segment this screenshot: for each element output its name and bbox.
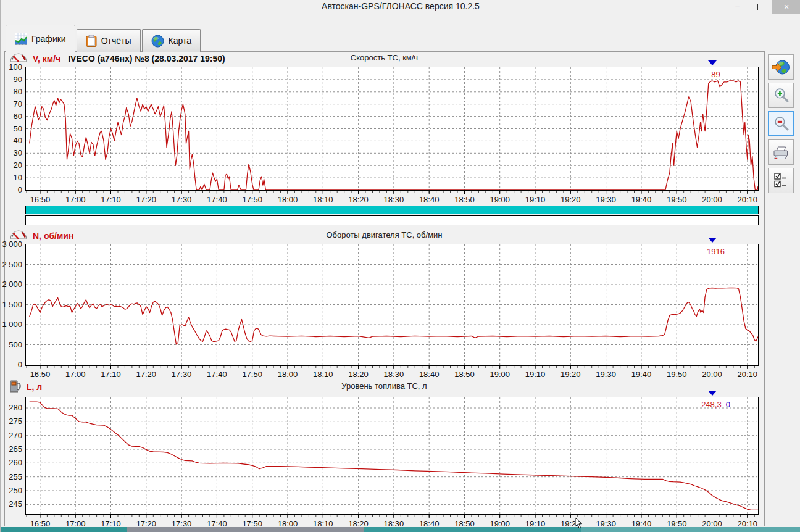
- x-tick-label: 19:10: [521, 370, 549, 379]
- toolbar-separator: [764, 51, 765, 526]
- x-tick-label: 17:00: [61, 370, 90, 379]
- y-tick-label: 2 500: [1, 259, 22, 268]
- tab-map[interactable]: Карта: [142, 29, 201, 52]
- x-tick-label: 19:30: [592, 370, 620, 379]
- x-tick-label: 17:30: [167, 370, 196, 379]
- taskbar-strip: [1, 527, 800, 532]
- y-tick-label: 275: [1, 417, 22, 426]
- x-tick-label: 19:40: [627, 370, 656, 379]
- x-tick-label: 18:40: [415, 370, 443, 379]
- x-tick-label: 18:40: [415, 195, 443, 204]
- x-tick-label: 17:40: [202, 370, 231, 379]
- x-tick-label: 17:10: [97, 195, 125, 204]
- report-icon: [86, 35, 97, 48]
- y-tick-label: 3 000: [1, 239, 22, 249]
- x-tick-label: 18:50: [450, 370, 478, 379]
- tab-label: Отчёты: [101, 36, 131, 46]
- fuel-plot[interactable]: [25, 397, 759, 515]
- marker-value: 89: [711, 70, 720, 79]
- minimize-button[interactable]: −: [725, 0, 749, 14]
- zoom-in-icon: [773, 87, 790, 104]
- x-tick-label: 20:10: [733, 370, 762, 379]
- time-marker-icon[interactable]: [708, 238, 717, 243]
- restore-button[interactable]: [749, 0, 772, 14]
- x-tick-label: 17:20: [132, 370, 160, 379]
- marker-value-label: 89: [711, 70, 720, 79]
- x-tick-label: 18:00: [273, 195, 302, 204]
- x-tick-label: 19:30: [592, 195, 620, 204]
- marker-secondary-value: 0: [726, 400, 730, 409]
- x-tick-label: 18:30: [380, 195, 408, 204]
- mouse-cursor: [575, 517, 583, 531]
- y-tick-label: 245: [1, 499, 22, 509]
- x-tick-label: 19:50: [662, 195, 691, 204]
- zoom-out-button[interactable]: [768, 111, 794, 136]
- y-tick-label: 40: [1, 136, 22, 145]
- x-tick-label: 18:20: [344, 370, 373, 379]
- y-tick-label: 255: [1, 472, 22, 481]
- tab-strip: ГрафикиОтчётыКарта: [6, 25, 202, 52]
- y-tick-label: 0: [1, 185, 22, 194]
- x-tick-label: 20:00: [698, 370, 727, 379]
- x-tick-label: 19:00: [486, 370, 514, 379]
- x-tick-label: 18:50: [450, 195, 478, 204]
- x-tick-label: 18:20: [344, 195, 373, 204]
- marker-value: 248,3: [701, 400, 722, 409]
- map-icon: [151, 35, 164, 48]
- x-tick-label: 17:50: [238, 195, 267, 204]
- x-tick-label: 16:50: [26, 195, 54, 204]
- report-settings-button[interactable]: [768, 168, 794, 193]
- print-button[interactable]: [768, 139, 794, 165]
- chart-icon: [15, 33, 27, 45]
- x-tick-label: 17:50: [238, 370, 267, 379]
- close-button[interactable]: ×: [772, 0, 800, 14]
- y-tick-label: 30: [1, 148, 22, 157]
- printer-icon: [772, 145, 790, 160]
- x-tick-label: 18:30: [380, 370, 408, 379]
- side-toolbar: [768, 54, 796, 196]
- rpm-chart-title: Обороты двигателя ТС, об/мин: [4, 230, 764, 239]
- x-tick-label: 19:20: [556, 195, 585, 204]
- y-tick-label: 260: [1, 458, 22, 467]
- window-title: Автоскан-GPS/ГЛОНАСС версия 10.2.5: [1, 1, 800, 11]
- y-tick-label: 20: [1, 160, 22, 170]
- x-tick-label: 18:00: [273, 370, 302, 379]
- status-strip-ignition: [25, 206, 759, 214]
- tab-label: Карта: [169, 36, 191, 46]
- x-tick-label: 17:00: [61, 195, 90, 204]
- y-tick-label: 250: [1, 486, 22, 495]
- x-tick-label: 19:20: [556, 370, 585, 379]
- window-controls: − ×: [725, 0, 800, 14]
- x-tick-label: 17:30: [167, 195, 196, 204]
- y-tick-label: 2 000: [1, 280, 22, 289]
- tab-graphs[interactable]: Графики: [6, 25, 75, 52]
- y-tick-label: 10: [1, 173, 22, 182]
- marker-value-label: 248,30: [701, 400, 730, 409]
- y-tick-label: 50: [1, 123, 22, 133]
- titlebar: Автоскан-GPS/ГЛОНАСС версия 10.2.5 − ×: [1, 0, 800, 14]
- y-tick-label: 1 500: [1, 299, 22, 309]
- fuel-chart-title: Уровень топлива ТС, л: [4, 381, 764, 391]
- globe-arrow-icon: [771, 58, 791, 77]
- tab-label: Графики: [31, 34, 66, 44]
- y-tick-label: 265: [1, 444, 22, 454]
- y-tick-label: 60: [1, 111, 22, 120]
- status-strip-secondary: [25, 215, 759, 225]
- x-tick-label: 18:10: [309, 195, 337, 204]
- zoom-in-button[interactable]: [768, 83, 794, 108]
- time-marker-icon[interactable]: [708, 60, 717, 65]
- marker-value: 1916: [707, 247, 725, 256]
- speed-chart-title: Скорость ТС, км/ч: [4, 53, 764, 62]
- speed-plot[interactable]: [25, 67, 759, 191]
- x-tick-label: 19:40: [627, 195, 656, 204]
- y-tick-label: 70: [1, 99, 22, 108]
- tab-reports[interactable]: Отчёты: [77, 29, 141, 52]
- time-marker-icon[interactable]: [708, 391, 717, 396]
- show-on-map-button[interactable]: [768, 54, 794, 80]
- y-tick-label: 0: [1, 360, 22, 369]
- y-tick-label: 1 000: [1, 320, 22, 329]
- x-tick-label: 18:10: [309, 370, 337, 379]
- restore-icon: [757, 4, 764, 10]
- y-tick-label: 270: [1, 430, 22, 439]
- rpm-plot[interactable]: [25, 244, 759, 366]
